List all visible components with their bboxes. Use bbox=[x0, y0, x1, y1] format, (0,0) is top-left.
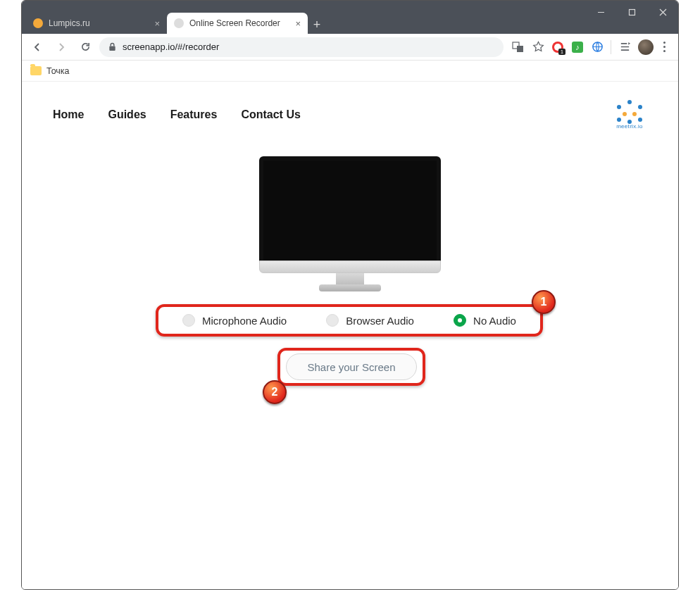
site-logo[interactable]: meetrix.io bbox=[612, 97, 647, 132]
nav-home[interactable]: Home bbox=[53, 108, 84, 121]
omnibox[interactable]: screenapp.io/#/recorder bbox=[99, 37, 504, 57]
new-tab-button[interactable]: + bbox=[308, 15, 326, 34]
back-button[interactable] bbox=[27, 37, 47, 57]
annotation-badge-1: 1 bbox=[532, 290, 556, 314]
recorder-stage bbox=[22, 139, 678, 296]
folder-icon bbox=[30, 66, 42, 75]
toolbar-extensions: 1 ♪ bbox=[508, 39, 673, 55]
kebab-menu-icon[interactable] bbox=[661, 39, 668, 55]
tab-recorder[interactable]: Online Screen Recorder × bbox=[167, 13, 308, 34]
nav-features[interactable]: Features bbox=[170, 108, 218, 121]
window-titlebar[interactable] bbox=[22, 1, 678, 11]
lock-icon bbox=[108, 42, 117, 51]
bookmark-label: Точка bbox=[46, 66, 70, 76]
forward-button[interactable] bbox=[51, 37, 71, 57]
maximize-button[interactable] bbox=[616, 1, 647, 24]
star-icon[interactable] bbox=[532, 41, 544, 54]
tab-title: Online Screen Recorder bbox=[189, 18, 289, 28]
favicon-icon bbox=[174, 18, 184, 28]
annotation-highlight-2 bbox=[277, 348, 425, 386]
annotation-highlight-1 bbox=[156, 304, 543, 337]
monitor-illustration bbox=[259, 156, 441, 296]
extension-green-icon[interactable]: ♪ bbox=[571, 41, 584, 54]
svg-rect-6 bbox=[517, 46, 523, 52]
svg-rect-1 bbox=[629, 10, 635, 15]
logo-icon bbox=[617, 100, 642, 123]
nav-guides[interactable]: Guides bbox=[108, 108, 146, 121]
tab-title: Lumpics.ru bbox=[49, 18, 149, 28]
address-bar: screenapp.io/#/recorder 1 ♪ bbox=[22, 34, 678, 61]
extension-red-icon[interactable]: 1 bbox=[551, 41, 564, 54]
close-icon[interactable]: × bbox=[295, 18, 301, 29]
tab-lumpics[interactable]: Lumpics.ru × bbox=[26, 13, 167, 34]
separator bbox=[611, 40, 611, 54]
bookmarks-bar: Точка bbox=[22, 61, 678, 82]
window-close-button[interactable] bbox=[647, 1, 678, 24]
reading-list-icon[interactable] bbox=[618, 41, 631, 54]
site-nav: Home Guides Features Contact Us bbox=[53, 108, 301, 121]
svg-rect-4 bbox=[109, 46, 115, 51]
app-window: Lumpics.ru × Online Screen Recorder × + … bbox=[21, 0, 679, 590]
annotation-badge-2: 2 bbox=[263, 380, 287, 404]
url-text: screenapp.io/#/recorder bbox=[123, 42, 219, 52]
window-controls bbox=[585, 1, 678, 24]
extension-globe-icon[interactable] bbox=[591, 41, 604, 54]
favicon-icon bbox=[33, 18, 43, 28]
site-header: Home Guides Features Contact Us meetrix.… bbox=[22, 82, 678, 139]
logo-text: meetrix.io bbox=[616, 123, 643, 130]
tab-strip: Lumpics.ru × Online Screen Recorder × + bbox=[22, 11, 678, 34]
minimize-button[interactable] bbox=[585, 1, 616, 24]
reload-button[interactable] bbox=[75, 37, 95, 57]
close-icon[interactable]: × bbox=[154, 18, 160, 29]
translate-icon[interactable] bbox=[512, 41, 525, 54]
nav-contact[interactable]: Contact Us bbox=[241, 108, 300, 121]
profile-avatar[interactable] bbox=[638, 39, 654, 55]
page-content: Home Guides Features Contact Us meetrix.… bbox=[22, 82, 678, 589]
bookmark-folder[interactable]: Точка bbox=[30, 66, 70, 76]
